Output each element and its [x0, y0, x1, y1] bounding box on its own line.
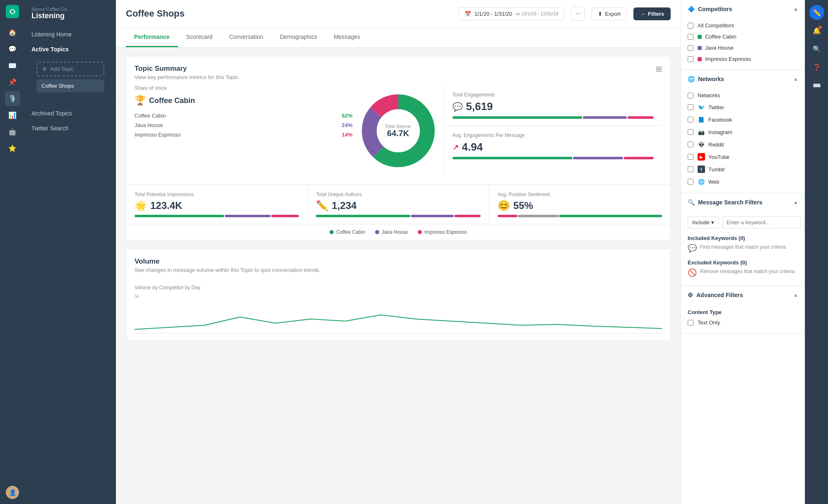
avatar[interactable]: 👤 [6, 486, 19, 499]
tumblr-row[interactable]: t Tumblr [688, 163, 798, 175]
excluded-hint-text: Remove messages that match your criteria… [700, 268, 796, 275]
java-house-checkbox[interactable] [688, 45, 693, 51]
impresso-row[interactable]: Impresso Espresso [688, 53, 798, 65]
youtube-icon: ▶ [698, 153, 705, 161]
app-name: Listening [31, 12, 109, 20]
tab-scorecard[interactable]: Scorecard [178, 28, 221, 47]
tab-demographics[interactable]: Demographics [272, 28, 325, 47]
message-search-title: 🔍 Message Search Filters [688, 199, 763, 206]
edit-icon[interactable]: ✏️ [809, 5, 824, 20]
tab-performance[interactable]: Performance [126, 28, 178, 47]
reddit-checkbox[interactable] [688, 142, 693, 147]
coffee-cabin-row[interactable]: Coffee Cabin [688, 31, 798, 42]
nav-pin-icon[interactable]: 📌 [5, 74, 20, 89]
impresso-checkbox[interactable] [688, 56, 693, 62]
sov-pct-2: 14% [342, 132, 352, 138]
facebook-row[interactable]: 📘 Facebook [688, 113, 798, 126]
keyboard-icon[interactable]: ⌨️ [809, 78, 824, 93]
competitors-title: 🔷 Competitors [688, 6, 732, 12]
message-search-section: 🔍 Message Search Filters ▲ Include ▾ Inc… [681, 193, 805, 286]
sov-winner: 🏆 Coffee Cabin [135, 95, 353, 106]
add-topic-button[interactable]: ⊕ Add Topic [36, 62, 104, 76]
all-networks-checkbox[interactable] [688, 93, 693, 98]
networks-body: Networks 🐦 Twitter 📘 Facebook 📷 [681, 88, 805, 193]
included-hint-text: Find messages that match your criteria. [700, 244, 787, 251]
nav-home-icon[interactable]: 🏠 [5, 25, 20, 40]
volume-chart-svg [135, 300, 662, 334]
competitors-section-header[interactable]: 🔷 Competitors ▲ [681, 0, 805, 18]
all-networks-row[interactable]: Networks [688, 90, 798, 101]
coffee-cabin-checkbox[interactable] [688, 34, 693, 40]
impresso-label: Impresso Espresso [698, 56, 798, 62]
plus-icon: ⊕ [42, 66, 47, 72]
more-options-button[interactable]: ··· [571, 7, 585, 21]
web-label: 🌐 Web [698, 178, 798, 185]
web-row[interactable]: 🌐 Web [688, 175, 798, 188]
legend-item-2: Impresso Espresso [418, 229, 467, 235]
export-button[interactable]: ⬆ Export [592, 7, 627, 20]
twitter-row[interactable]: 🐦 Twitter [688, 101, 798, 113]
sidebar-item-active-topics[interactable]: Active Topics [25, 42, 116, 57]
nav-analytics-icon[interactable]: 📊 [5, 108, 20, 122]
help-icon[interactable]: ❓ [809, 60, 824, 74]
sov-item-0: Coffee Cabin 62% [135, 113, 353, 119]
authors-label: Total Unique Authors [316, 192, 480, 197]
sidebar-item-listening-home[interactable]: Listening Home [25, 27, 116, 42]
nav-listening-icon[interactable]: 🎙️ [5, 91, 20, 106]
advanced-filters-header[interactable]: ⚙ Advanced Filters ▲ [681, 286, 805, 304]
authors-value: ✏️ 1,234 [316, 200, 480, 211]
sidebar-topics-section: ⊕ Add Topic Coffee Shops [25, 57, 116, 96]
donut-total-label: Total Volume [385, 124, 411, 129]
right-panel: 🔷 Competitors ▲ All Competitors Coffee C… [681, 0, 805, 504]
youtube-row[interactable]: ▶ YouTube [688, 151, 798, 163]
all-competitors-row[interactable]: All Competitors [688, 20, 798, 31]
nav-star-icon[interactable]: ⭐ [5, 141, 20, 156]
java-house-row[interactable]: Java House [688, 42, 798, 53]
authors-bar [316, 215, 480, 217]
sov-pct-1: 24% [342, 122, 352, 128]
include-select[interactable]: Include ▾ [688, 216, 719, 228]
nav-inbox-icon[interactable]: 💬 [5, 41, 20, 56]
youtube-checkbox[interactable] [688, 154, 693, 160]
filters-button[interactable]: → Filters [633, 7, 671, 20]
legend-item-0: Coffee Cabin [330, 229, 365, 235]
bell-icon[interactable]: 🔔 [809, 23, 824, 38]
search-nav-icon[interactable]: 🔍 [809, 41, 824, 56]
date-range-button[interactable]: 📅 1/1/20 - 1/31/20 vs 12/1/19 - 12/31/19 [458, 7, 564, 20]
sidebar-item-coffee-shops[interactable]: Coffee Shops [36, 79, 104, 92]
message-search-header[interactable]: 🔍 Message Search Filters ▲ [681, 193, 805, 211]
keyword-input[interactable] [722, 216, 801, 228]
donut-total-value: 64.7K [385, 129, 411, 138]
nav-publish-icon[interactable]: 🤖 [5, 124, 20, 139]
tab-messages[interactable]: Messages [325, 28, 368, 47]
donut-label: Total Volume 64.7K [385, 124, 411, 138]
sentiment-value: 😊 55% [498, 200, 662, 211]
included-hint-icon: 💬 [688, 244, 697, 253]
advanced-filters-title: ⚙ Advanced Filters [688, 292, 743, 298]
tab-conversation[interactable]: Conversation [221, 28, 272, 47]
instagram-row[interactable]: 📷 Instagram [688, 126, 798, 138]
instagram-checkbox[interactable] [688, 129, 693, 135]
avg-engagements-bar [453, 157, 654, 159]
twitter-checkbox[interactable] [688, 104, 693, 110]
all-competitors-checkbox[interactable] [688, 23, 693, 29]
total-engagements-block: Total Engagements 💬 5,619 [444, 85, 662, 126]
text-only-checkbox[interactable] [688, 320, 693, 326]
facebook-checkbox[interactable] [688, 117, 693, 122]
java-house-label: Java House [698, 45, 798, 51]
networks-title: 🌐 Networks [688, 76, 724, 82]
web-checkbox[interactable] [688, 179, 693, 185]
volume-subtitle: See changes in message volume within thi… [135, 267, 320, 273]
sidebar-item-twitter-search[interactable]: Twitter Search [25, 121, 116, 136]
impresso-dot [698, 57, 702, 61]
reddit-row[interactable]: 👽 Reddit [688, 138, 798, 151]
nav-tasks-icon[interactable]: ✉️ [5, 58, 20, 73]
sidebar-item-archived-topics[interactable]: Archived Topics [25, 106, 116, 121]
message-search-chevron: ▲ [793, 199, 798, 205]
grid-view-icon[interactable]: ⊞ [656, 65, 662, 74]
edit-icon-wrap: ✏️ [809, 5, 824, 20]
text-only-row[interactable]: Text Only [688, 317, 798, 328]
networks-section-header[interactable]: 🌐 Networks ▲ [681, 70, 805, 88]
tumblr-checkbox[interactable] [688, 166, 693, 172]
main-header: Coffee Shops 📅 1/1/20 - 1/31/20 vs 12/1/… [116, 0, 681, 28]
